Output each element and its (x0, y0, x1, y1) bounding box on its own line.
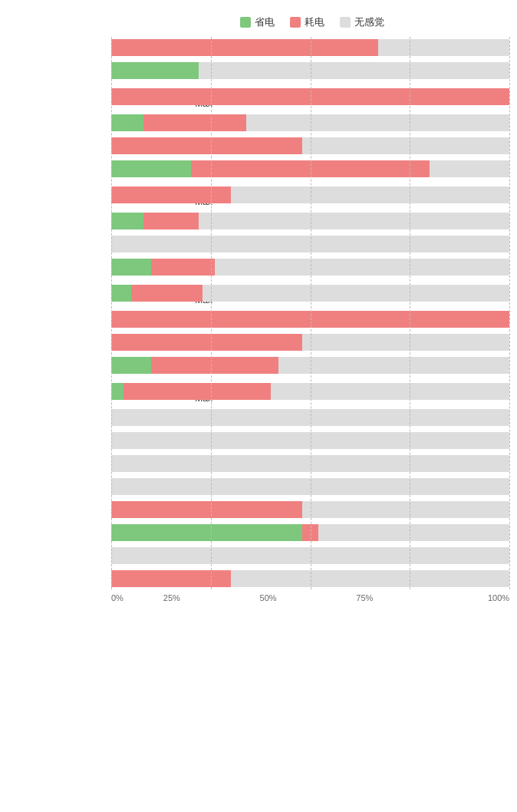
bar-track (111, 213, 509, 229)
bar-row: iPhone 13 (111, 210, 509, 232)
x-tick: 0% (111, 593, 123, 602)
x-tick: 100% (413, 593, 509, 602)
bar-row: iPhone 12 mini (111, 135, 509, 157)
bar-row: iPhone 14 (111, 309, 509, 330)
bar-track (111, 455, 509, 472)
bar-segment-green (111, 62, 199, 79)
bar-segment-pink (151, 357, 278, 374)
bar-row: iPhone 11 Pro (111, 60, 509, 81)
bar-segment-pink (111, 137, 302, 154)
bar-segment-green (111, 114, 143, 131)
bar-track (111, 62, 509, 79)
bar-segment-pink (111, 311, 509, 328)
bar-segment-green (111, 213, 143, 229)
bar-track (111, 160, 509, 177)
legend-color-dot (240, 17, 251, 28)
bar-track (111, 311, 509, 328)
bar-track (111, 114, 509, 131)
legend-label: 耗电 (305, 15, 324, 29)
bar-segment-pink (111, 501, 302, 518)
bar-row: iPhone 8 (111, 407, 509, 428)
legend-label: 无感觉 (354, 15, 384, 29)
bar-track (111, 383, 509, 400)
bar-segment-green (111, 383, 123, 400)
bar-track (111, 259, 509, 276)
bar-track (111, 236, 509, 253)
bar-track (111, 334, 509, 351)
bar-row: iPhone 14 Pro (111, 355, 509, 376)
legend-label: 省电 (255, 15, 275, 29)
bar-row: iPhone XS Max (111, 568, 509, 589)
bar-segment-pink (191, 160, 430, 177)
bar-row: iPhone 13 mini (111, 233, 509, 255)
bar-segment-pink (143, 114, 247, 131)
bar-track (111, 570, 509, 587)
bar-segment-pink (302, 524, 318, 541)
legend-item: 无感觉 (340, 15, 384, 29)
bar-row: iPhone X (111, 499, 509, 520)
bar-row: iPhone 14 ProMax (111, 378, 509, 405)
bar-row: iPhone 13 ProMax (111, 279, 509, 307)
chart-area: iPhone 11iPhone 11 ProiPhone 11 ProMaxiP… (0, 37, 517, 589)
bar-track (111, 357, 509, 374)
bar-track (111, 186, 509, 203)
bar-segment-pink (123, 383, 271, 400)
bar-row: iPhone 12 (111, 112, 509, 134)
legend-item: 耗电 (290, 15, 324, 29)
bar-track (111, 409, 509, 426)
bar-row: iPhone 11 (111, 37, 509, 58)
bar-segment-pink (111, 39, 378, 56)
bar-segment-pink (111, 186, 231, 203)
bar-row: iPhone 8 Plus (111, 430, 509, 451)
bar-segment-green (111, 357, 151, 374)
bar-track (111, 524, 509, 541)
bar-track (111, 547, 509, 564)
bar-segment-pink (143, 213, 199, 229)
legend: 省电耗电无感觉 (0, 15, 517, 29)
bar-segment-pink (111, 334, 302, 351)
bar-row: iPhone 12 Pro (111, 158, 509, 180)
bar-row: iPhone 13 Pro (111, 256, 509, 278)
bar-segment-pink (151, 259, 215, 276)
bar-segment-pink (131, 285, 203, 302)
bar-segment-green (111, 160, 191, 177)
bar-row: iPhone 11 ProMax (111, 83, 509, 111)
x-tick: 25% (123, 593, 220, 602)
chart-container: 省电耗电无感觉 iPhone 11iPhone 11 ProiPhone 11 … (0, 8, 517, 626)
bar-track (111, 478, 509, 495)
bar-row: iPhone SE 第2代 (111, 453, 509, 474)
bar-row: iPhone 14 Plus (111, 332, 509, 353)
bar-track (111, 501, 509, 518)
bar-track (111, 432, 509, 449)
bar-segment-green (111, 259, 151, 276)
bar-segment-green (111, 285, 131, 302)
bar-track (111, 88, 509, 105)
x-tick: 75% (316, 593, 413, 602)
bar-row: iPhone 12 ProMax (111, 181, 509, 209)
bar-row: iPhone XR (111, 522, 509, 543)
bar-segment-pink (111, 570, 231, 587)
legend-color-dot (290, 17, 301, 28)
bar-track (111, 137, 509, 154)
bar-track (111, 39, 509, 56)
bar-row: iPhone SE 第3代 (111, 476, 509, 497)
grid-line (509, 37, 510, 589)
bar-row: iPhone XS (111, 545, 509, 566)
bar-segment-pink (111, 88, 509, 105)
legend-item: 省电 (240, 15, 275, 29)
legend-color-dot (340, 17, 351, 28)
bar-track (111, 285, 509, 302)
x-axis: 0%25%50%75%100% (0, 593, 517, 602)
x-tick: 50% (220, 593, 317, 602)
bar-segment-green (111, 524, 302, 541)
